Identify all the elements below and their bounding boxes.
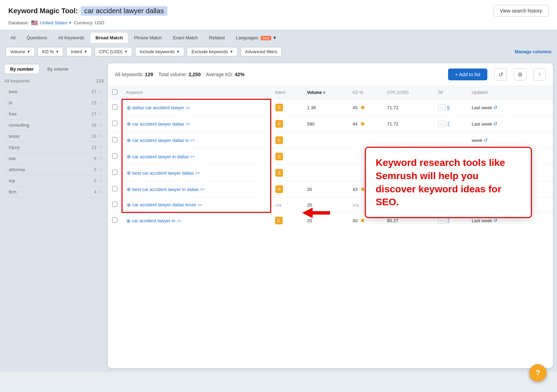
col-volume[interactable]: Volume ≡: [303, 86, 348, 99]
filter-include[interactable]: Include keywords ▼: [135, 47, 184, 56]
export-button[interactable]: ↑: [533, 68, 546, 81]
tab-languages[interactable]: Languages beta ▼: [231, 33, 282, 43]
row-checkbox[interactable]: [112, 202, 117, 207]
col-updated: Updated: [468, 86, 553, 99]
keyword-link[interactable]: ⊕ car accident lawyer in dallas >>: [127, 154, 266, 159]
sf-number[interactable]: 6: [447, 105, 449, 110]
sidebar: By number By volume All keywords 129 › b…: [0, 59, 108, 372]
by-volume-button[interactable]: By volume: [42, 64, 74, 74]
row-checkbox[interactable]: [112, 186, 117, 191]
keyword-link[interactable]: ⊕ best car accident lawyer dallas >>: [127, 170, 266, 176]
keyword-cell: ⊕ car accident lawyer in >>: [122, 213, 271, 229]
sidebar-item-count: 17: [92, 111, 96, 117]
sf-number[interactable]: 7: [447, 121, 449, 126]
sidebar-item[interactable]: › consulting 16 ⓘ: [4, 120, 104, 131]
keyword-link[interactable]: ⊕ best car accident lawyer in dallas >>: [127, 186, 266, 192]
add-to-list-button[interactable]: + Add to list: [448, 69, 487, 80]
help-button[interactable]: ?: [529, 364, 547, 382]
info-icon: ⓘ: [99, 134, 102, 139]
database-selector[interactable]: United States ▼: [40, 20, 72, 25]
filter-advanced[interactable]: Advanced filters: [241, 47, 282, 56]
keyword-link[interactable]: ⊕ car accident lawyer in >>: [126, 218, 267, 224]
filter-cpc[interactable]: CPC (USD) ▼: [95, 47, 132, 56]
add-icon: ⊕: [127, 137, 131, 143]
keyword-link[interactable]: ⊕ car accident lawyer dallas tx >>: [127, 137, 266, 143]
row-checkbox[interactable]: [112, 217, 117, 223]
filter-volume[interactable]: Volume ▼: [6, 47, 35, 56]
view-history-button[interactable]: View search history: [493, 5, 549, 17]
info-icon: ⓘ: [99, 89, 102, 94]
refresh-icon[interactable]: ↺: [493, 121, 497, 127]
keyword-link[interactable]: ⊕ dallas car accident lawyer >>: [127, 105, 266, 111]
sidebar-item-count: 16: [92, 134, 96, 139]
keyword-cell: ⊕ car accident lawyer dallas tx >>: [122, 132, 271, 149]
sidebar-item-count: 16: [92, 122, 96, 128]
sidebar-item-count: 5: [94, 167, 96, 172]
sf-cell: □7: [438, 217, 463, 224]
row-checkbox[interactable]: [112, 104, 117, 110]
row-checkbox[interactable]: [112, 121, 117, 126]
row-checkbox[interactable]: [112, 170, 117, 175]
filter-intent[interactable]: Intent ▼: [66, 47, 92, 56]
kd-na: n/a: [353, 202, 359, 208]
refresh-icon[interactable]: ↺: [493, 105, 497, 110]
sf-box: □: [438, 217, 446, 224]
keyword-arrows-icon: >>: [198, 203, 202, 207]
manage-columns-button[interactable]: Manage columns: [515, 49, 551, 54]
sidebar-item[interactable]: › attorney 5 ⓘ: [4, 164, 104, 175]
col-cpc: CPC (USD): [383, 86, 434, 99]
by-number-button[interactable]: By number: [4, 64, 40, 74]
add-icon: ⊕: [127, 154, 131, 159]
sidebar-item[interactable]: › law 6 ⓘ: [4, 153, 104, 164]
updated-cell: week ↺: [468, 132, 553, 149]
sidebar-item[interactable]: › texas 16 ⓘ: [4, 131, 104, 142]
tab-related[interactable]: Related: [204, 33, 230, 43]
keyword-link[interactable]: ⊕ car accident lawyer dallas >>: [127, 121, 266, 127]
keyword-arrows-icon: >>: [186, 122, 190, 126]
sidebar-item[interactable]: › top 5 ⓘ: [4, 175, 104, 186]
tab-all-keywords[interactable]: All Keywords: [53, 33, 89, 43]
tab-broad-match[interactable]: Broad Match: [91, 33, 128, 43]
row-checkbox-cell: [108, 132, 122, 149]
filter-kd[interactable]: KD % ▼: [38, 47, 63, 56]
col-intent: Intent: [271, 86, 303, 99]
updated-cell: Last week ↺: [468, 116, 553, 132]
col-kd: KD %: [348, 86, 383, 99]
sidebar-item[interactable]: › free 17 ⓘ: [4, 109, 104, 120]
kd-cell: 45: [348, 99, 383, 116]
row-checkbox[interactable]: [112, 153, 117, 159]
tab-exact-match[interactable]: Exact Match: [168, 33, 203, 43]
intent-cell: n/a: [271, 198, 303, 213]
keyword-text: best car accident lawyer in dallas: [132, 187, 199, 192]
refresh-icon[interactable]: ↺: [484, 137, 488, 143]
refresh-icon[interactable]: ↺: [493, 218, 497, 223]
tab-phrase-match[interactable]: Phrase Match: [129, 33, 167, 43]
intent-cell: C: [271, 165, 303, 181]
tab-all[interactable]: All: [6, 33, 20, 43]
sidebar-item[interactable]: › firm 4 ⓘ: [4, 186, 104, 198]
intent-na: n/a: [275, 203, 281, 208]
sidebar-item[interactable]: › tx 23 ⓘ: [4, 97, 104, 109]
intent-badge: C: [275, 169, 283, 177]
add-icon: ⊕: [126, 218, 131, 224]
kd-dot-icon: [361, 106, 364, 109]
filter-exclude[interactable]: Exclude keywords ▼: [187, 47, 238, 56]
add-icon: ⊕: [127, 202, 131, 208]
tabs-area: All Questions All Keywords Broad Match P…: [0, 30, 557, 59]
sidebar-item-label: attorney: [9, 167, 25, 172]
table-row: ⊕ car accident lawyer dallas tx >> C wee…: [108, 132, 553, 149]
select-all-checkbox[interactable]: [112, 89, 117, 95]
refresh-button[interactable]: ↺: [494, 68, 507, 81]
row-checkbox-cell: [108, 165, 122, 181]
sf-number[interactable]: 7: [447, 218, 449, 223]
sidebar-item[interactable]: › injury 13 ⓘ: [4, 142, 104, 153]
keyword-arrows-icon: >>: [177, 219, 181, 223]
settings-button[interactable]: ⚙: [514, 68, 526, 81]
keyword-link[interactable]: ⊕ car accident lawyer dallas texas >>: [127, 202, 266, 208]
tab-questions[interactable]: Questions: [22, 33, 52, 43]
chevron-right-icon: ›: [6, 179, 7, 183]
all-kw-value: 129: [145, 72, 153, 77]
currency-label: Currency: USD: [74, 20, 104, 25]
sidebar-item[interactable]: › best 27 ⓘ: [4, 86, 104, 97]
row-checkbox[interactable]: [112, 137, 117, 142]
